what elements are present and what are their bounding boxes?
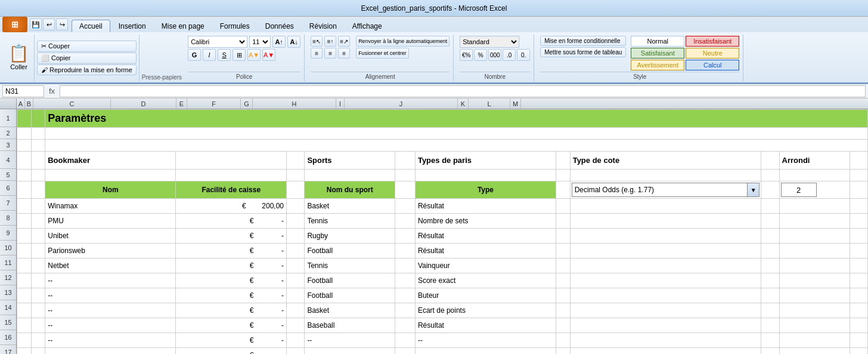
mise-en-forme-conditionnelle-button[interactable]: Mise en forme conditionnelle [540,36,626,46]
cell-b16[interactable] [31,333,45,348]
align-center-button[interactable]: ≡ [324,48,336,59]
align-top-left-button[interactable]: ≡↖ [311,36,323,47]
cell-a11[interactable] [17,258,32,273]
cell-k17[interactable] [761,348,779,355]
cell-l14[interactable] [779,303,850,318]
cell-f16[interactable]: -- [305,333,395,348]
style-neutre[interactable]: Neutre [686,48,739,59]
cell-a1[interactable] [17,110,32,128]
cell-h13[interactable]: Buteur [415,288,556,303]
cell-g10[interactable] [395,244,416,258]
cell-b17[interactable] [31,348,45,355]
mettre-sous-forme-tableau-button[interactable]: Mettre sous forme de tableau [540,47,626,57]
cell-l11[interactable] [779,258,850,273]
cell-l5[interactable] [779,170,850,181]
style-insatisfaisant[interactable]: Insatisfaisant [686,36,739,47]
underline-button[interactable]: S [218,49,231,61]
cell-j17[interactable] [570,348,761,355]
row-12[interactable]: 12 [0,270,16,285]
cell-d4[interactable] [176,152,287,170]
cell-k6[interactable] [761,181,779,199]
style-normal[interactable]: Normal [631,36,684,47]
cell-a3[interactable] [17,140,32,152]
cell-j5[interactable] [570,170,761,181]
cell-k13[interactable] [761,288,779,303]
cell-g12[interactable] [395,273,416,288]
cell-b12[interactable] [31,273,45,288]
row-3[interactable]: 3 [0,139,16,151]
cell-l9[interactable] [779,229,850,244]
cell-a7[interactable] [17,199,32,214]
cell-m8[interactable] [850,214,867,229]
col-header-e[interactable]: E [176,98,187,109]
align-top-center-button[interactable]: ≡↑ [324,36,336,47]
cell-h12[interactable]: Score exact [415,273,556,288]
cell-c1-title[interactable]: Paramètres [45,110,868,128]
copier-button[interactable]: ⬜ Copier [37,53,137,64]
currency-button[interactable]: €% [460,49,473,61]
cell-d10[interactable]: € - [176,244,287,258]
formula-input[interactable] [60,85,866,97]
cell-c15[interactable]: -- [45,318,176,333]
cell-h8[interactable]: Nombre de sets [415,214,556,229]
cell-h17[interactable]: -- [415,348,556,355]
cell-c5[interactable] [45,170,176,181]
cell-c11[interactable]: Netbet [45,258,176,273]
decrease-font-button[interactable]: A↓ [287,36,300,48]
cell-k4[interactable] [761,152,779,170]
row-9[interactable]: 9 [0,226,16,241]
cell-m10[interactable] [850,244,867,258]
col-header-f[interactable]: F [187,98,241,109]
cell-m14[interactable] [850,303,867,318]
row-14[interactable]: 14 [0,300,16,315]
cell-e11[interactable] [287,258,305,273]
cell-h16[interactable]: -- [415,333,556,348]
col-header-j[interactable]: J [345,98,458,109]
cell-m15[interactable] [850,318,867,333]
tab-accueil[interactable]: Accueil [72,20,110,32]
coller-button[interactable]: 📋 Coller [4,35,35,81]
cell-i4[interactable] [556,152,571,170]
type-cote-dropdown[interactable]: ▼ [572,183,760,197]
row-5[interactable]: 5 [0,169,16,181]
align-top-right-button[interactable]: ≡↗ [338,36,350,47]
decrease-decimal-button[interactable]: 0. [517,49,530,61]
cell-a5[interactable] [17,170,32,181]
cell-e8[interactable] [287,214,305,229]
cell-i9[interactable] [556,229,571,244]
col-header-b[interactable]: B [25,98,33,109]
cell-c12[interactable]: -- [45,273,176,288]
cell-m4[interactable] [850,152,867,170]
cell-a9[interactable] [17,229,32,244]
cell-g8[interactable] [395,214,416,229]
cell-g15[interactable] [395,318,416,333]
cell-h11[interactable]: Vainqueur [415,258,556,273]
cell-i11[interactable] [556,258,571,273]
cell-g11[interactable] [395,258,416,273]
cell-b14[interactable] [31,303,45,318]
cell-e16[interactable] [287,333,305,348]
cell-m6[interactable] [850,181,867,199]
cell-a8[interactable] [17,214,32,229]
cell-b5[interactable] [31,170,45,181]
cell-d17[interactable]: € - [176,348,287,355]
cell-c6-nom[interactable]: Nom [45,181,176,199]
cell-d14[interactable]: € - [176,303,287,318]
cell-l17[interactable] [779,348,850,355]
cell-g4[interactable] [395,152,416,170]
cell-g9[interactable] [395,229,416,244]
cell-f17[interactable]: -- [305,348,395,355]
cell-f13[interactable]: Football [305,288,395,303]
font-select[interactable]: Calibri [188,36,247,48]
cell-a6[interactable] [17,181,32,199]
cell-c8[interactable]: PMU [45,214,176,229]
cell-a16[interactable] [17,333,32,348]
save-button[interactable]: 💾 [30,19,42,30]
cell-i16[interactable] [556,333,571,348]
cell-c3[interactable] [45,140,868,152]
cell-a10[interactable] [17,244,32,258]
row-8[interactable]: 8 [0,211,16,226]
col-header-a[interactable]: A [17,98,25,109]
cell-d6-facilite[interactable]: Facilité de caisse [176,181,287,199]
row-15[interactable]: 15 [0,315,16,330]
